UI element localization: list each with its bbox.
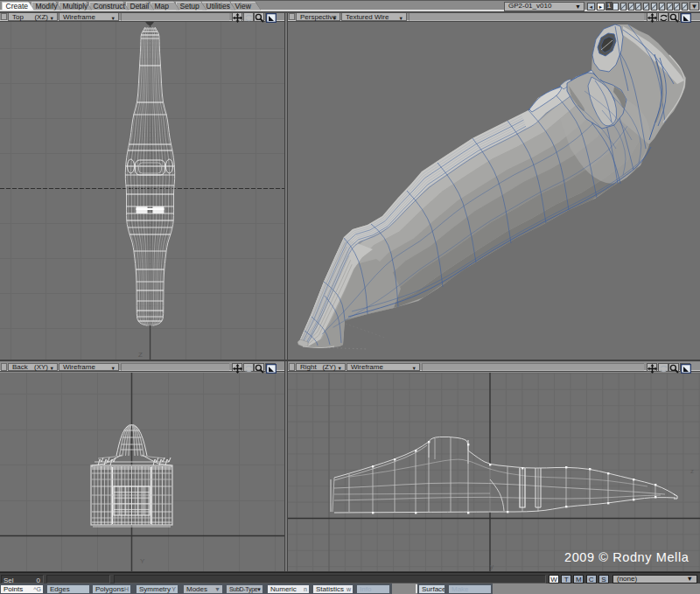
svg-text:y: y <box>490 563 494 570</box>
svg-text:Z: Z <box>138 351 143 359</box>
svg-text:Y: Y <box>140 557 145 565</box>
svg-text:z: z <box>690 467 694 475</box>
svg-text:2009 © Rodny Mella: 2009 © Rodny Mella <box>564 550 690 564</box>
